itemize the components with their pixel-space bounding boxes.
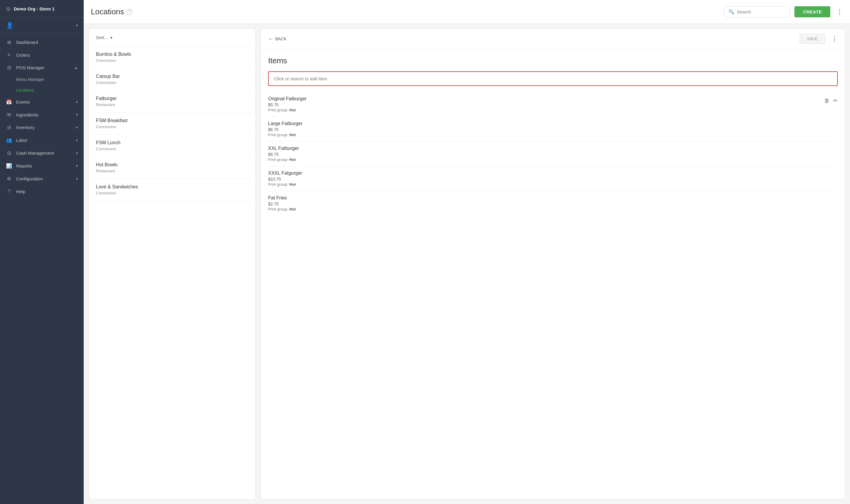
help-icon: ? <box>6 189 12 194</box>
detail-more-options-icon[interactable]: ⋮ <box>831 35 838 43</box>
labor-icon: 👥 <box>6 137 12 143</box>
item-price: $6.75 <box>268 127 834 132</box>
content-area: Sort... ▾ Burritos & Bowls Concession Ca… <box>84 24 850 504</box>
item-row: XXXL Fatgurger $10.75 Print group: Hot <box>268 166 838 191</box>
chevron-down-icon: ▾ <box>76 151 78 155</box>
chevron-down-icon: ▾ <box>76 177 78 181</box>
item-info: Original Fatburger $5.75 Print group: Ho… <box>268 96 821 112</box>
item-info: Large Fatburger $6.75 Print group: Hot <box>268 121 834 137</box>
sidebar-item-label: Events <box>16 100 72 105</box>
item-actions: 🗑 ✏ <box>824 96 838 104</box>
item-info: Fat Fries $2.75 Print group: Hot <box>268 195 834 211</box>
print-group-value: Hot <box>289 108 296 112</box>
sidebar-item-label: Dashboard <box>16 40 78 45</box>
sidebar-nav: ⊞ Dashboard ≡ Orders ⊟ POS Manager ▲ Men… <box>0 33 84 504</box>
chevron-down-icon: ▾ <box>76 138 78 142</box>
search-bar[interactable]: 🔍 <box>724 6 790 17</box>
location-name: FSM Lunch <box>96 140 248 145</box>
location-name: Burritos & Bowls <box>96 52 248 57</box>
page-help-icon[interactable]: ? <box>126 9 133 15</box>
delete-icon[interactable]: 🗑 <box>824 97 830 104</box>
location-name: Love & Sandwiches <box>96 184 248 190</box>
location-type: Concession <box>96 80 248 85</box>
list-item[interactable]: FSM Breakfast Concession <box>89 112 256 134</box>
sidebar-org[interactable]: ◎ Demo Org - Store 1 <box>0 0 84 18</box>
item-name: XXXL Fatgurger <box>268 170 834 176</box>
detail-header: ← BACK SAVE ⋮ <box>261 29 845 49</box>
user-chevron-icon: ▾ <box>76 23 78 28</box>
location-name: Catsup Bar <box>96 74 248 79</box>
ingredients-icon: 🛍 <box>6 112 12 118</box>
sort-chevron-icon[interactable]: ▾ <box>110 35 112 40</box>
sidebar-item-pos-manager[interactable]: ⊟ POS Manager ▲ <box>0 61 84 74</box>
sidebar-item-ingredients[interactable]: 🛍 Ingredients ▾ <box>0 108 84 121</box>
list-item[interactable]: Fatburger Restaurant <box>89 90 256 112</box>
location-name: Fatburger <box>96 96 248 101</box>
header-more-options-icon[interactable]: ⋮ <box>836 8 843 16</box>
location-type: Restaurant <box>96 169 248 173</box>
list-item[interactable]: Catsup Bar Concession <box>89 68 256 90</box>
sidebar-item-orders[interactable]: ≡ Orders <box>0 49 84 61</box>
sidebar-item-label: Configuration <box>16 176 72 181</box>
top-header: Locations ? 🔍 CREATE ⋮ <box>84 0 850 24</box>
org-name: Demo Org - Store 1 <box>14 6 78 11</box>
edit-icon[interactable]: ✏ <box>833 97 838 104</box>
cash-mgmt-icon: ⊟ <box>6 150 12 156</box>
main-content: Locations ? 🔍 CREATE ⋮ Sort... ▾ Burrito… <box>84 0 850 504</box>
list-item[interactable]: FSM Lunch Concession <box>89 134 256 157</box>
sidebar-item-cash-management[interactable]: ⊟ Cash Management ▾ <box>0 147 84 159</box>
create-button[interactable]: CREATE <box>794 6 830 17</box>
sidebar: ◎ Demo Org - Store 1 👤 ▾ ⊞ Dashboard ≡ O… <box>0 0 84 504</box>
pos-manager-icon: ⊟ <box>6 65 12 70</box>
sidebar-item-events[interactable]: 📅 Events ▾ <box>0 95 84 108</box>
list-item[interactable]: Burritos & Bowls Concession <box>89 46 256 68</box>
location-type: Restaurant <box>96 103 248 107</box>
item-print-group: Print group: Hot <box>268 132 834 137</box>
item-name: Original Fatburger <box>268 96 821 102</box>
sidebar-item-help[interactable]: ? Help <box>0 185 84 198</box>
chevron-down-icon: ▾ <box>76 125 78 130</box>
search-input[interactable] <box>737 9 785 14</box>
dashboard-icon: ⊞ <box>6 39 12 45</box>
sidebar-item-dashboard[interactable]: ⊞ Dashboard <box>0 36 84 49</box>
add-item-search-input[interactable] <box>268 71 838 86</box>
list-panel: Sort... ▾ Burritos & Bowls Concession Ca… <box>88 29 256 499</box>
reports-icon: 📊 <box>6 163 12 169</box>
item-print-group: Print group: Hot <box>268 207 834 211</box>
location-name: Hot Bowls <box>96 162 248 167</box>
list-item[interactable]: Love & Sandwiches Concession <box>89 179 256 201</box>
menu-manager-label: Menu Manager <box>16 77 44 82</box>
detail-content: Items Original Fatburger $5.75 Print gro… <box>261 49 845 499</box>
item-info: XXXL Fatgurger $10.75 Print group: Hot <box>268 170 834 186</box>
sidebar-item-labor[interactable]: 👥 Labor ▾ <box>0 134 84 147</box>
item-price: $8.75 <box>268 152 834 157</box>
item-name: XXL Fatburger <box>268 146 834 151</box>
back-arrow-icon: ← <box>268 36 274 42</box>
item-price: $2.75 <box>268 201 834 206</box>
back-label: BACK <box>275 36 287 41</box>
print-group-value: Hot <box>289 157 296 162</box>
sidebar-item-label: Reports <box>16 163 72 168</box>
sidebar-item-configuration[interactable]: ⚙ Configuration ▾ <box>0 172 84 185</box>
item-info: XXL Fatburger $8.75 Print group: Hot <box>268 146 834 162</box>
sort-label: Sort... <box>96 35 108 40</box>
list-item[interactable]: Hot Bowls Restaurant <box>89 157 256 179</box>
sidebar-user[interactable]: 👤 ▾ <box>0 18 84 33</box>
sidebar-sub-item-menu-manager[interactable]: Menu Manager <box>0 74 84 85</box>
item-row: Large Fatburger $6.75 Print group: Hot <box>268 117 838 142</box>
sidebar-item-reports[interactable]: 📊 Reports ▾ <box>0 159 84 172</box>
print-group-value: Hot <box>289 182 296 186</box>
list-header: Sort... ▾ <box>89 29 256 46</box>
chevron-down-icon: ▾ <box>76 164 78 168</box>
detail-title: Items <box>268 56 838 66</box>
item-price: $10.75 <box>268 177 834 182</box>
sidebar-item-inventory[interactable]: ⊟ Inventory ▾ <box>0 121 84 134</box>
sidebar-item-label: Cash Management <box>16 150 72 156</box>
item-price: $5.75 <box>268 103 821 107</box>
location-type: Concession <box>96 58 248 63</box>
save-button[interactable]: SAVE <box>799 34 825 44</box>
back-button[interactable]: ← BACK <box>268 36 287 42</box>
sidebar-sub-item-locations[interactable]: Locations <box>0 85 84 95</box>
item-name: Fat Fries <box>268 195 834 201</box>
item-row: Fat Fries $2.75 Print group: Hot <box>268 191 838 216</box>
